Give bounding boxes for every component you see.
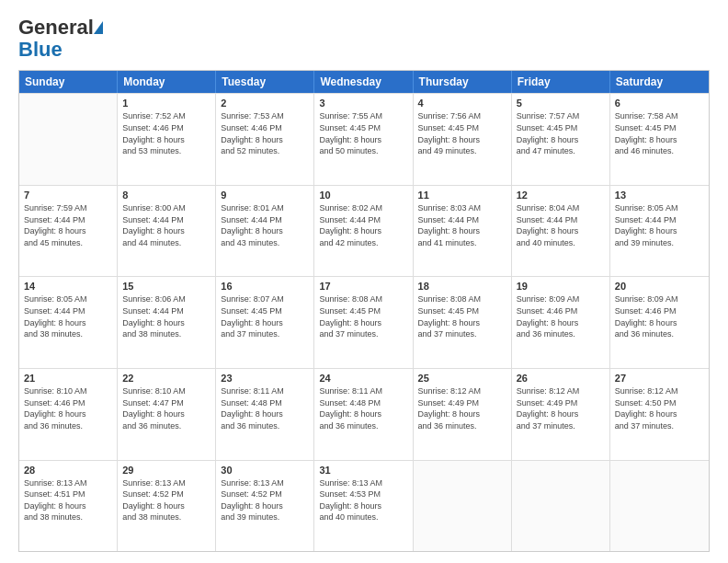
day-number: 1 [122, 98, 210, 109]
cell-line: and 37 minutes. [418, 328, 506, 340]
cal-cell: 27Sunrise: 8:12 AMSunset: 4:50 PMDayligh… [610, 369, 709, 460]
cell-line: Daylight: 8 hours [221, 225, 309, 237]
cell-line: and 36 minutes. [24, 420, 112, 432]
cell-line: and 36 minutes. [122, 420, 210, 432]
cal-cell: 26Sunrise: 8:12 AMSunset: 4:49 PMDayligh… [512, 369, 610, 460]
day-number: 17 [319, 281, 407, 292]
cell-line: Sunset: 4:53 PM [319, 488, 407, 500]
logo-icon [94, 21, 103, 34]
day-number: 3 [319, 98, 407, 109]
day-number: 2 [221, 98, 309, 109]
cell-line: and 40 minutes. [517, 237, 605, 249]
day-number: 16 [221, 281, 309, 292]
cell-line: Sunset: 4:44 PM [24, 214, 112, 226]
week-row-1: 1Sunrise: 7:52 AMSunset: 4:46 PMDaylight… [19, 93, 709, 185]
calendar-header: SundayMondayTuesdayWednesdayThursdayFrid… [19, 71, 709, 93]
cell-line: Daylight: 8 hours [221, 134, 309, 146]
cell-line: Sunrise: 8:02 AM [319, 202, 407, 214]
cell-line: Daylight: 8 hours [319, 500, 407, 512]
day-number: 26 [517, 373, 605, 384]
cal-cell: 12Sunrise: 8:04 AMSunset: 4:44 PMDayligh… [512, 186, 610, 277]
cell-line: and 46 minutes. [615, 145, 704, 157]
cal-cell: 10Sunrise: 8:02 AMSunset: 4:44 PMDayligh… [314, 186, 413, 277]
cell-line: Sunrise: 8:12 AM [615, 385, 704, 397]
cell-line: Sunset: 4:48 PM [221, 397, 309, 409]
cell-line: Sunrise: 8:13 AM [319, 477, 407, 489]
cell-line: and 47 minutes. [517, 145, 605, 157]
cal-cell [512, 461, 610, 552]
cell-line: Sunset: 4:45 PM [615, 122, 704, 134]
cell-line: Daylight: 8 hours [615, 134, 704, 146]
cell-line: Daylight: 8 hours [122, 225, 210, 237]
cell-line: Sunset: 4:44 PM [615, 214, 704, 226]
cell-line: and 36 minutes. [418, 420, 506, 432]
cell-line: Daylight: 8 hours [615, 408, 704, 420]
cell-line: Sunrise: 8:06 AM [122, 293, 210, 305]
day-number: 20 [615, 281, 704, 292]
cell-line: Daylight: 8 hours [418, 408, 506, 420]
day-number: 12 [517, 190, 605, 201]
header-day-tuesday: Tuesday [216, 71, 314, 93]
header-day-monday: Monday [118, 71, 216, 93]
cell-line: Sunrise: 8:13 AM [122, 477, 210, 489]
cell-line: and 38 minutes. [122, 328, 210, 340]
cal-cell: 1Sunrise: 7:52 AMSunset: 4:46 PMDaylight… [118, 94, 216, 185]
cell-line: Sunrise: 8:13 AM [24, 477, 112, 489]
cell-line: Sunrise: 8:08 AM [418, 293, 506, 305]
cell-line: and 37 minutes. [319, 328, 407, 340]
cell-line: Sunset: 4:45 PM [418, 305, 506, 317]
cal-cell: 31Sunrise: 8:13 AMSunset: 4:53 PMDayligh… [314, 461, 413, 552]
cell-line: Sunset: 4:52 PM [221, 488, 309, 500]
cell-line: and 41 minutes. [418, 237, 506, 249]
cell-line: Daylight: 8 hours [319, 317, 407, 329]
day-number: 31 [319, 465, 407, 476]
day-number: 13 [615, 190, 704, 201]
logo-blue: Blue [18, 39, 63, 61]
cell-line: and 37 minutes. [517, 420, 605, 432]
cell-line: and 43 minutes. [221, 237, 309, 249]
cell-line: Sunrise: 7:52 AM [122, 110, 210, 122]
cell-line: Sunset: 4:45 PM [319, 122, 407, 134]
cell-line: Sunset: 4:46 PM [517, 305, 605, 317]
cal-cell: 30Sunrise: 8:13 AMSunset: 4:52 PMDayligh… [216, 461, 314, 552]
cell-line: Sunset: 4:46 PM [24, 397, 112, 409]
cal-cell: 20Sunrise: 8:09 AMSunset: 4:46 PMDayligh… [610, 277, 709, 368]
cell-line: and 36 minutes. [615, 328, 704, 340]
day-number: 18 [418, 281, 506, 292]
cal-cell: 29Sunrise: 8:13 AMSunset: 4:52 PMDayligh… [118, 461, 216, 552]
cell-line: Daylight: 8 hours [24, 317, 112, 329]
day-number: 30 [221, 465, 309, 476]
cell-line: and 45 minutes. [24, 237, 112, 249]
cal-cell: 2Sunrise: 7:53 AMSunset: 4:46 PMDaylight… [216, 94, 314, 185]
cal-cell: 23Sunrise: 8:11 AMSunset: 4:48 PMDayligh… [216, 369, 314, 460]
cell-line: Sunset: 4:49 PM [418, 397, 506, 409]
cal-cell [19, 94, 118, 185]
cell-line: Daylight: 8 hours [122, 134, 210, 146]
cell-line: Sunrise: 8:00 AM [122, 202, 210, 214]
cell-line: Sunset: 4:45 PM [517, 122, 605, 134]
cell-line: Sunrise: 8:10 AM [24, 385, 112, 397]
day-number: 21 [24, 373, 112, 384]
cell-line: Sunset: 4:46 PM [221, 122, 309, 134]
cell-line: Daylight: 8 hours [517, 134, 605, 146]
cell-line: and 38 minutes. [24, 328, 112, 340]
cell-line: Sunset: 4:44 PM [319, 214, 407, 226]
day-number: 7 [24, 190, 112, 201]
cell-line: Daylight: 8 hours [221, 500, 309, 512]
day-number: 9 [221, 190, 309, 201]
cell-line: Sunset: 4:44 PM [122, 214, 210, 226]
cell-line: and 38 minutes. [122, 511, 210, 523]
cell-line: Sunset: 4:44 PM [517, 214, 605, 226]
day-number: 23 [221, 373, 309, 384]
cell-line: Sunrise: 7:56 AM [418, 110, 506, 122]
cell-line: Sunset: 4:47 PM [122, 397, 210, 409]
cell-line: Daylight: 8 hours [122, 317, 210, 329]
cal-cell: 3Sunrise: 7:55 AMSunset: 4:45 PMDaylight… [314, 94, 413, 185]
cell-line: Sunrise: 8:05 AM [615, 202, 704, 214]
logo-general: General [18, 16, 94, 39]
cell-line: Daylight: 8 hours [517, 408, 605, 420]
cal-cell: 28Sunrise: 8:13 AMSunset: 4:51 PMDayligh… [19, 461, 118, 552]
cal-cell: 8Sunrise: 8:00 AMSunset: 4:44 PMDaylight… [118, 186, 216, 277]
cell-line: Daylight: 8 hours [221, 408, 309, 420]
cal-cell [414, 461, 512, 552]
